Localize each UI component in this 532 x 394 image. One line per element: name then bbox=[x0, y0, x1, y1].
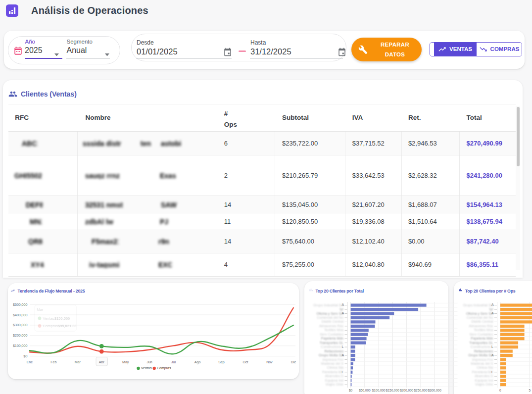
svg-text:$250,000: $250,000 bbox=[414, 389, 427, 392]
svg-text:0: 0 bbox=[499, 389, 501, 392]
svg-text:$100,000: $100,000 bbox=[372, 389, 386, 392]
svg-text:5: 5 bbox=[529, 389, 531, 392]
svg-text:$200,000: $200,000 bbox=[400, 389, 413, 392]
svg-text:$150,000: $150,000 bbox=[386, 389, 399, 392]
svg-text:$300,000: $300,000 bbox=[428, 389, 441, 392]
svg-text:$50,000: $50,000 bbox=[359, 389, 371, 392]
svg-text:$0: $0 bbox=[349, 389, 353, 392]
